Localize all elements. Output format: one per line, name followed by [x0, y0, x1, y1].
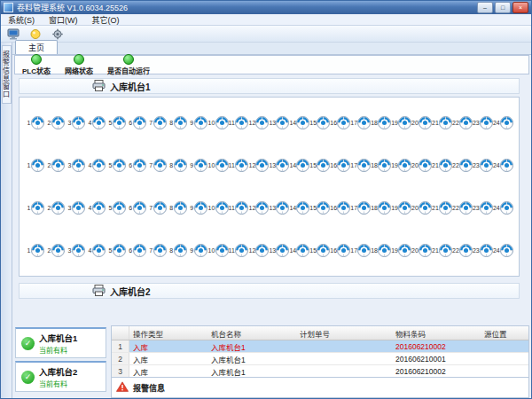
station[interactable]: 16 [330, 159, 350, 172]
station[interactable]: 18 [371, 201, 391, 215]
station[interactable]: 12 [248, 116, 269, 129]
station[interactable]: 11 [229, 201, 249, 215]
station[interactable]: 9 [188, 244, 208, 257]
station[interactable]: 7 [147, 201, 168, 215]
station[interactable]: 17 [350, 201, 371, 215]
station[interactable]: 21 [432, 159, 452, 172]
station[interactable]: 23 [473, 116, 493, 129]
station[interactable]: 23 [473, 201, 493, 215]
station[interactable]: 12 [248, 159, 269, 172]
station[interactable]: 24 [493, 201, 513, 215]
station[interactable]: 2 [45, 201, 66, 215]
station[interactable]: 16 [330, 244, 350, 257]
column-header[interactable]: 机台名称 [207, 326, 296, 340]
column-header[interactable]: 物料条码 [392, 326, 481, 340]
station[interactable]: 15 [309, 244, 330, 257]
station[interactable]: 23 [473, 244, 493, 257]
station[interactable]: 24 [493, 159, 513, 172]
station[interactable]: 6 [127, 201, 147, 215]
printer-icon[interactable] [92, 80, 106, 93]
station[interactable]: 14 [289, 201, 309, 215]
station[interactable]: 3 [66, 116, 86, 129]
station[interactable]: 21 [432, 201, 452, 215]
station[interactable]: 10 [208, 116, 229, 129]
station[interactable]: 9 [188, 116, 208, 129]
station[interactable]: 16 [330, 116, 350, 129]
station[interactable]: 2 [45, 116, 66, 129]
station[interactable]: 21 [432, 116, 452, 129]
station[interactable]: 2 [45, 159, 66, 172]
close-button[interactable]: × [512, 2, 528, 13]
station[interactable]: 2 [45, 244, 66, 257]
station[interactable]: 1 [25, 159, 45, 172]
station[interactable]: 4 [86, 116, 106, 129]
machine-status-card[interactable]: ✓入库机台2当前有料 [15, 361, 106, 392]
station[interactable]: 8 [168, 116, 188, 129]
station[interactable]: 1 [25, 116, 45, 129]
station[interactable]: 20 [411, 244, 432, 257]
station[interactable]: 11 [229, 159, 249, 172]
table-row[interactable]: 1入库入库机台1201606210002 [112, 340, 528, 353]
column-header[interactable]: 计划单号 [296, 326, 392, 340]
station[interactable]: 5 [106, 244, 127, 257]
station[interactable]: 13 [269, 201, 289, 215]
station[interactable]: 17 [350, 159, 371, 172]
station[interactable]: 3 [66, 244, 86, 257]
station[interactable]: 7 [147, 116, 168, 129]
station[interactable]: 3 [66, 159, 86, 172]
tab-home[interactable]: 主页 [15, 40, 58, 54]
station[interactable]: 15 [309, 159, 330, 172]
station[interactable]: 6 [127, 116, 147, 129]
station[interactable]: 13 [269, 116, 289, 129]
station[interactable]: 20 [411, 201, 432, 215]
station[interactable]: 5 [106, 159, 127, 172]
station[interactable]: 8 [168, 244, 188, 257]
table-row[interactable]: 2入库入库机台1201606210001 [112, 353, 528, 365]
station[interactable]: 9 [188, 201, 208, 215]
station[interactable]: 14 [289, 116, 309, 129]
station[interactable]: 10 [208, 244, 229, 257]
station[interactable]: 18 [371, 159, 391, 172]
station[interactable]: 7 [147, 244, 168, 257]
station[interactable]: 13 [269, 244, 289, 257]
station[interactable]: 1 [25, 244, 45, 257]
column-header[interactable]: 操作类型 [129, 326, 207, 340]
station[interactable]: 12 [248, 201, 269, 215]
station[interactable]: 18 [371, 244, 391, 257]
station[interactable]: 22 [452, 159, 473, 172]
side-tab-alarm-window[interactable]: 报警信息窗口 [2, 45, 12, 104]
menu-item[interactable]: 其它(O) [85, 14, 127, 25]
station[interactable]: 4 [86, 244, 106, 257]
menu-item[interactable]: 系统(S) [1, 14, 42, 25]
station[interactable]: 5 [106, 116, 127, 129]
maximize-button[interactable]: □ [495, 2, 511, 13]
station[interactable]: 20 [411, 116, 432, 129]
station[interactable]: 17 [350, 244, 371, 257]
station[interactable]: 10 [208, 159, 229, 172]
station[interactable]: 4 [86, 159, 106, 172]
station[interactable]: 24 [493, 116, 513, 129]
machine-status-card[interactable]: ✓入库机台1当前有料 [15, 327, 106, 358]
station[interactable]: 9 [188, 159, 208, 172]
menu-item[interactable]: 窗口(W) [42, 14, 85, 25]
station[interactable]: 12 [248, 244, 269, 257]
station[interactable]: 3 [66, 201, 86, 215]
station[interactable]: 1 [25, 201, 45, 215]
station[interactable]: 23 [473, 159, 493, 172]
station[interactable]: 18 [371, 116, 391, 129]
minimize-button[interactable]: – [477, 2, 493, 13]
station[interactable]: 4 [86, 201, 106, 215]
station[interactable]: 22 [452, 244, 473, 257]
station[interactable]: 22 [452, 116, 473, 129]
column-header[interactable]: 源位置 [481, 326, 528, 340]
station[interactable]: 6 [127, 244, 147, 257]
station[interactable]: 20 [411, 159, 432, 172]
station[interactable]: 19 [391, 159, 411, 172]
station[interactable]: 15 [309, 116, 330, 129]
station[interactable]: 11 [229, 116, 249, 129]
station[interactable]: 7 [147, 159, 168, 172]
station[interactable]: 24 [493, 244, 513, 257]
station[interactable]: 22 [452, 201, 473, 215]
station[interactable]: 10 [208, 201, 229, 215]
station[interactable]: 17 [350, 116, 371, 129]
